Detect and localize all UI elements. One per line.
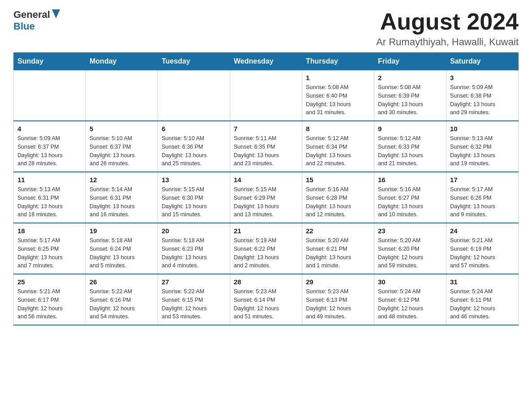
calendar-cell: 4Sunrise: 5:09 AMSunset: 6:37 PMDaylight… — [14, 121, 86, 172]
day-detail: Sunrise: 5:21 AMSunset: 6:19 PMDaylight:… — [450, 236, 515, 270]
calendar-cell: 10Sunrise: 5:13 AMSunset: 6:32 PMDayligh… — [446, 121, 519, 172]
day-detail: Sunrise: 5:09 AMSunset: 6:38 PMDaylight:… — [450, 83, 515, 117]
calendar-cell — [230, 70, 302, 121]
day-detail: Sunrise: 5:17 AMSunset: 6:25 PMDaylight:… — [17, 236, 82, 270]
day-detail: Sunrise: 5:23 AMSunset: 6:13 PMDaylight:… — [306, 287, 370, 321]
day-number: 24 — [450, 227, 515, 235]
day-number: 9 — [378, 125, 442, 133]
logo-triangle-icon — [52, 9, 60, 20]
location-title: Ar Rumaythiyah, Hawalli, Kuwait — [376, 36, 519, 48]
calendar-cell: 20Sunrise: 5:18 AMSunset: 6:23 PMDayligh… — [158, 223, 230, 274]
day-number: 16 — [378, 176, 442, 184]
calendar-cell: 7Sunrise: 5:11 AMSunset: 6:35 PMDaylight… — [230, 121, 302, 172]
calendar-cell: 27Sunrise: 5:22 AMSunset: 6:15 PMDayligh… — [158, 274, 230, 325]
day-number: 23 — [378, 227, 442, 235]
day-detail: Sunrise: 5:18 AMSunset: 6:24 PMDaylight:… — [90, 236, 154, 270]
title-block: August 2024 Ar Rumaythiyah, Hawalli, Kuw… — [376, 9, 519, 48]
calendar-cell: 9Sunrise: 5:12 AMSunset: 6:33 PMDaylight… — [374, 121, 446, 172]
day-detail: Sunrise: 5:10 AMSunset: 6:36 PMDaylight:… — [162, 134, 226, 168]
weekday-header-saturday: Saturday — [446, 53, 519, 70]
day-detail: Sunrise: 5:16 AMSunset: 6:27 PMDaylight:… — [378, 185, 442, 219]
day-detail: Sunrise: 5:11 AMSunset: 6:35 PMDaylight:… — [234, 134, 298, 168]
day-number: 30 — [378, 278, 442, 286]
weekday-header-wednesday: Wednesday — [230, 53, 302, 70]
calendar-cell: 2Sunrise: 5:08 AMSunset: 6:39 PMDaylight… — [374, 70, 446, 121]
weekday-header-row: SundayMondayTuesdayWednesdayThursdayFrid… — [14, 53, 519, 70]
calendar-cell: 19Sunrise: 5:18 AMSunset: 6:24 PMDayligh… — [86, 223, 158, 274]
calendar-cell: 24Sunrise: 5:21 AMSunset: 6:19 PMDayligh… — [446, 223, 519, 274]
day-detail: Sunrise: 5:20 AMSunset: 6:21 PMDaylight:… — [306, 236, 370, 270]
calendar-cell: 18Sunrise: 5:17 AMSunset: 6:25 PMDayligh… — [14, 223, 86, 274]
calendar-cell: 21Sunrise: 5:19 AMSunset: 6:22 PMDayligh… — [230, 223, 302, 274]
day-detail: Sunrise: 5:08 AMSunset: 6:40 PMDaylight:… — [306, 83, 370, 117]
day-number: 17 — [450, 176, 515, 184]
day-number: 15 — [306, 176, 370, 184]
week-row-3: 11Sunrise: 5:13 AMSunset: 6:31 PMDayligh… — [14, 172, 519, 223]
day-detail: Sunrise: 5:14 AMSunset: 6:31 PMDaylight:… — [90, 185, 154, 219]
day-number: 6 — [162, 125, 226, 133]
day-detail: Sunrise: 5:09 AMSunset: 6:37 PMDaylight:… — [17, 134, 82, 168]
calendar-table: SundayMondayTuesdayWednesdayThursdayFrid… — [13, 52, 519, 325]
calendar-cell: 12Sunrise: 5:14 AMSunset: 6:31 PMDayligh… — [86, 172, 158, 223]
calendar-cell: 6Sunrise: 5:10 AMSunset: 6:36 PMDaylight… — [158, 121, 230, 172]
calendar-cell: 11Sunrise: 5:13 AMSunset: 6:31 PMDayligh… — [14, 172, 86, 223]
calendar-cell — [158, 70, 230, 121]
day-detail: Sunrise: 5:22 AMSunset: 6:16 PMDaylight:… — [90, 287, 154, 321]
day-detail: Sunrise: 5:17 AMSunset: 6:26 PMDaylight:… — [450, 185, 515, 219]
day-detail: Sunrise: 5:16 AMSunset: 6:28 PMDaylight:… — [306, 185, 370, 219]
day-number: 19 — [90, 227, 154, 235]
calendar-cell: 8Sunrise: 5:12 AMSunset: 6:34 PMDaylight… — [302, 121, 374, 172]
calendar-cell: 1Sunrise: 5:08 AMSunset: 6:40 PMDaylight… — [302, 70, 374, 121]
day-detail: Sunrise: 5:24 AMSunset: 6:11 PMDaylight:… — [450, 287, 515, 321]
day-detail: Sunrise: 5:08 AMSunset: 6:39 PMDaylight:… — [378, 83, 442, 117]
day-number: 29 — [306, 278, 370, 286]
day-number: 25 — [17, 278, 82, 286]
day-number: 2 — [378, 74, 442, 81]
calendar-cell: 28Sunrise: 5:23 AMSunset: 6:14 PMDayligh… — [230, 274, 302, 325]
calendar-cell: 16Sunrise: 5:16 AMSunset: 6:27 PMDayligh… — [374, 172, 446, 223]
calendar-cell: 17Sunrise: 5:17 AMSunset: 6:26 PMDayligh… — [446, 172, 519, 223]
calendar-cell: 14Sunrise: 5:15 AMSunset: 6:29 PMDayligh… — [230, 172, 302, 223]
calendar-cell: 31Sunrise: 5:24 AMSunset: 6:11 PMDayligh… — [446, 274, 519, 325]
calendar-cell: 23Sunrise: 5:20 AMSunset: 6:20 PMDayligh… — [374, 223, 446, 274]
calendar-cell — [14, 70, 86, 121]
month-title: August 2024 — [376, 9, 519, 34]
day-number: 13 — [162, 176, 226, 184]
day-number: 10 — [450, 125, 515, 133]
day-detail: Sunrise: 5:15 AMSunset: 6:30 PMDaylight:… — [162, 185, 226, 219]
calendar-cell: 5Sunrise: 5:10 AMSunset: 6:37 PMDaylight… — [86, 121, 158, 172]
logo: General Blue — [13, 9, 60, 32]
week-row-5: 25Sunrise: 5:21 AMSunset: 6:17 PMDayligh… — [14, 274, 519, 325]
calendar-cell: 30Sunrise: 5:24 AMSunset: 6:12 PMDayligh… — [374, 274, 446, 325]
day-number: 26 — [90, 278, 154, 286]
day-number: 14 — [234, 176, 298, 184]
day-detail: Sunrise: 5:13 AMSunset: 6:32 PMDaylight:… — [450, 134, 515, 168]
day-detail: Sunrise: 5:21 AMSunset: 6:17 PMDaylight:… — [17, 287, 82, 321]
week-row-2: 4Sunrise: 5:09 AMSunset: 6:37 PMDaylight… — [14, 121, 519, 172]
page-header: General Blue August 2024 Ar Rumaythiyah,… — [13, 9, 519, 48]
calendar-cell: 3Sunrise: 5:09 AMSunset: 6:38 PMDaylight… — [446, 70, 519, 121]
day-number: 28 — [234, 278, 298, 286]
day-number: 8 — [306, 125, 370, 133]
day-number: 22 — [306, 227, 370, 235]
day-number: 7 — [234, 125, 298, 133]
day-number: 21 — [234, 227, 298, 235]
weekday-header-sunday: Sunday — [14, 53, 86, 70]
calendar-cell: 13Sunrise: 5:15 AMSunset: 6:30 PMDayligh… — [158, 172, 230, 223]
day-number: 18 — [17, 227, 82, 235]
day-detail: Sunrise: 5:20 AMSunset: 6:20 PMDaylight:… — [378, 236, 442, 270]
day-detail: Sunrise: 5:19 AMSunset: 6:22 PMDaylight:… — [234, 236, 298, 270]
logo-general: General — [13, 9, 50, 21]
day-number: 11 — [17, 176, 82, 184]
weekday-header-thursday: Thursday — [302, 53, 374, 70]
day-number: 4 — [17, 125, 82, 133]
day-detail: Sunrise: 5:10 AMSunset: 6:37 PMDaylight:… — [90, 134, 154, 168]
weekday-header-friday: Friday — [374, 53, 446, 70]
weekday-header-tuesday: Tuesday — [158, 53, 230, 70]
svg-marker-0 — [52, 9, 60, 18]
calendar-cell: 25Sunrise: 5:21 AMSunset: 6:17 PMDayligh… — [14, 274, 86, 325]
weekday-header-monday: Monday — [86, 53, 158, 70]
day-number: 5 — [90, 125, 154, 133]
day-detail: Sunrise: 5:22 AMSunset: 6:15 PMDaylight:… — [162, 287, 226, 321]
day-detail: Sunrise: 5:15 AMSunset: 6:29 PMDaylight:… — [234, 185, 298, 219]
